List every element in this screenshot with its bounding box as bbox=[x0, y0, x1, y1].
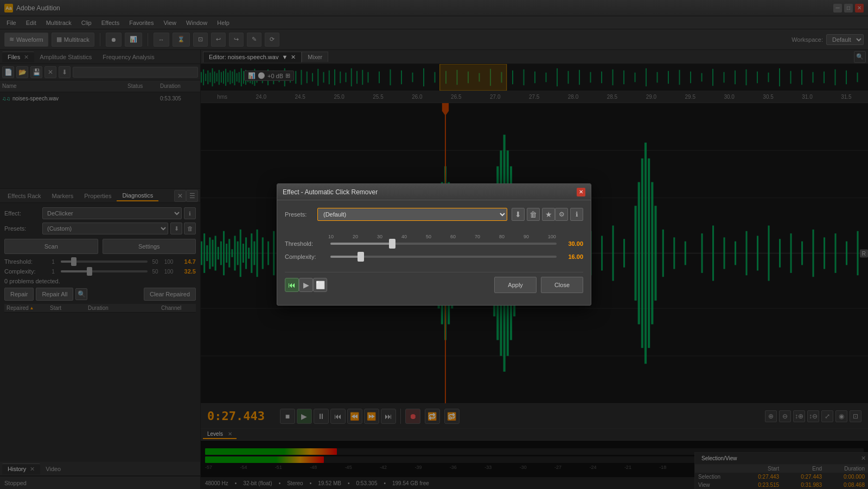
effect-dialog: Effect - Automatic Click Remover ✕ Prese… bbox=[277, 183, 591, 306]
modal-extra-icons: ⚙ ℹ bbox=[555, 208, 583, 221]
modal-threshold-track[interactable] bbox=[330, 243, 557, 245]
modal-title: Effect - Automatic Click Remover bbox=[283, 188, 577, 196]
modal-save-preset[interactable]: ⬇ bbox=[512, 208, 525, 221]
modal-output-button[interactable]: ⬜ bbox=[313, 278, 327, 292]
modal-complexity-label: Complexity: bbox=[285, 253, 328, 260]
modal-footer: Apply Close bbox=[494, 277, 583, 293]
modal-action-buttons: Apply Close bbox=[494, 277, 583, 293]
modal-loop-play-button[interactable]: ⏮ bbox=[285, 278, 299, 292]
modal-threshold-label: Threshold: bbox=[285, 240, 328, 247]
modal-scale-row: 102030405060708090100 bbox=[328, 234, 583, 239]
modal-play-button-2[interactable]: ▶ bbox=[299, 278, 313, 292]
modal-favorite-preset[interactable]: ★ bbox=[542, 208, 555, 221]
modal-close-x[interactable]: ✕ bbox=[577, 188, 585, 196]
modal-apply-button[interactable]: Apply bbox=[494, 277, 537, 293]
modal-threshold-thumb[interactable] bbox=[389, 239, 395, 249]
modal-threshold-value: 30.00 bbox=[559, 240, 583, 247]
modal-body: Presets: (Default) ⬇ 🗑 ★ ⚙ ℹ bbox=[277, 200, 591, 305]
modal-complexity-thumb[interactable] bbox=[358, 252, 364, 262]
modal-info-icon[interactable]: ℹ bbox=[570, 208, 583, 221]
modal-threshold-fill bbox=[330, 243, 394, 245]
modal-titlebar: Effect - Automatic Click Remover ✕ bbox=[277, 184, 591, 200]
modal-preset-icons: ⬇ 🗑 ★ bbox=[512, 208, 555, 221]
modal-threshold-row: Threshold: 30.00 bbox=[285, 240, 583, 247]
modal-complexity-track[interactable] bbox=[330, 256, 557, 258]
modal-presets-select[interactable]: (Default) bbox=[317, 208, 507, 221]
modal-settings-icon[interactable]: ⚙ bbox=[555, 208, 568, 221]
modal-close-button[interactable]: Close bbox=[541, 277, 583, 293]
modal-presets-label: Presets: bbox=[285, 211, 317, 218]
modal-complexity-value: 16.00 bbox=[559, 253, 583, 260]
modal-complexity-row: Complexity: 16.00 bbox=[285, 253, 583, 260]
modal-sliders: 102030405060708090100 Threshold: 30.00 C… bbox=[285, 228, 583, 272]
modal-playback-row: ⏮ ▶ ⬜ Apply Close bbox=[285, 272, 583, 297]
modal-delete-preset[interactable]: 🗑 bbox=[527, 208, 540, 221]
modal-overlay: Effect - Automatic Click Remover ✕ Prese… bbox=[0, 0, 868, 489]
modal-presets-row: Presets: (Default) ⬇ 🗑 ★ ⚙ ℹ bbox=[285, 208, 583, 221]
